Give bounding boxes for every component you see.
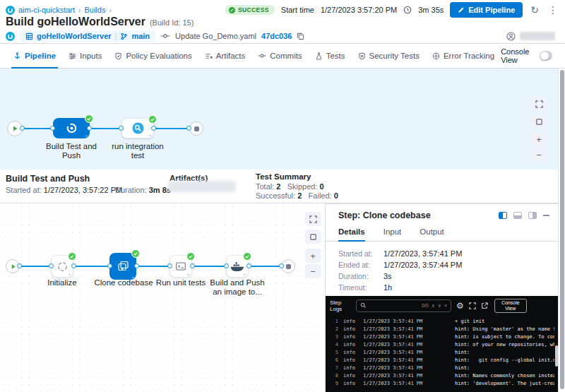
stage-node-build-test-and-push[interactable]: »	[53, 118, 90, 138]
tab-output[interactable]: Output	[420, 225, 444, 241]
commit-hash-link[interactable]: 47dc036	[261, 32, 292, 40]
policy-evaluations-icon	[114, 52, 122, 60]
branch-name: main	[131, 32, 150, 40]
open-in-new-tab-icon[interactable]	[481, 302, 488, 309]
field-duration: Duration:3s	[338, 272, 392, 280]
console-view-toggle[interactable]	[540, 51, 553, 61]
page-scrollbar-thumb[interactable]	[560, 70, 564, 389]
tab-policy-evaluations[interactable]: Policy Evaluations	[108, 44, 198, 69]
breadcrumb-builds-link[interactable]: Builds	[84, 6, 105, 14]
canvas-fit-view-button[interactable]	[531, 114, 547, 129]
artifact-value-redacted	[168, 181, 236, 192]
log-fullscreen-icon[interactable]	[469, 302, 476, 309]
exec-fit-view-button[interactable]	[305, 230, 321, 244]
stage-node-run-integration-test[interactable]: »	[121, 118, 154, 138]
tab-commits[interactable]: Commits	[251, 44, 308, 69]
stage-label[interactable]: Build Test and Push	[42, 142, 101, 160]
breadcrumb-separator: ›	[78, 6, 81, 14]
stage-summary-band: Build Test and Push Started at: 1/27/202…	[0, 170, 565, 203]
breadcrumb-project-link[interactable]: aim-ci-quickstart	[18, 6, 75, 14]
tab-pipeline[interactable]: Pipeline	[7, 44, 62, 69]
stage-started-at: Started at: 1/27/2023, 3:57:22 PM	[6, 186, 122, 194]
step-panel-tabs: Details Input Output	[326, 225, 559, 242]
stage-label[interactable]: run integration test	[108, 142, 167, 160]
log-line: 8info1/27/2023 3:57:41 PMhint: Names com…	[330, 372, 554, 379]
console-view-button[interactable]: Console View	[494, 299, 527, 313]
exec-fullscreen-button[interactable]	[305, 212, 321, 226]
connector-line	[89, 128, 122, 129]
step-variation-icon: »	[244, 272, 246, 277]
build-tabbar: Pipeline Inputs Policy Evaluations Artif…	[0, 44, 565, 69]
log-search-input[interactable]	[369, 302, 419, 309]
step-label[interactable]: Clone codebase	[91, 278, 156, 287]
layout-bottom-pane-icon[interactable]	[513, 212, 522, 219]
canvas-zoom-out-button[interactable]: −	[531, 148, 547, 162]
integration-test-icon	[132, 122, 144, 134]
connector-port	[151, 126, 156, 131]
repo-branch-pill[interactable]: goHelloWorldServer | main	[20, 30, 155, 42]
step-details-panel: Step: Clone codebase Details Input Outpu…	[325, 203, 558, 392]
step-label[interactable]: Run unit tests	[149, 278, 213, 287]
connector-port	[49, 263, 54, 268]
user-email-redacted	[520, 32, 555, 40]
step-logs-title: Step Logs	[330, 299, 351, 312]
stage-variation-icon: »	[149, 133, 151, 138]
exec-zoom-in-button[interactable]: +	[305, 249, 321, 263]
tab-error-tracking[interactable]: Error Tracking	[426, 44, 501, 69]
search-close-icon[interactable]: ×	[444, 303, 447, 308]
stage-duration: Duration: 3m 8s	[115, 186, 171, 194]
step-label[interactable]: Initialize	[30, 278, 94, 287]
layout-minimized-pane-icon[interactable]	[528, 212, 537, 219]
tab-tests[interactable]: Tests	[309, 44, 352, 69]
log-line: 9info1/27/2023 3:57:41 PMhint: 'developm…	[330, 379, 554, 387]
exec-zoom-out-button[interactable]: −	[305, 264, 321, 278]
connector-line	[192, 266, 227, 267]
success-check-badge	[68, 252, 76, 261]
tab-artifacts[interactable]: Artifacts	[198, 44, 252, 69]
search-next-icon[interactable]: ∨	[438, 303, 441, 309]
artifacts-icon	[205, 52, 213, 60]
docker-icon	[230, 261, 244, 272]
copy-icon[interactable]	[297, 32, 304, 40]
log-line: 2info1/27/2023 3:57:41 PMhint: Using 'ma…	[330, 325, 554, 333]
step-node-build-and-push[interactable]: »	[226, 255, 249, 278]
fullscreen-icon	[535, 100, 543, 108]
field-timeout: Timeout:1h	[338, 283, 392, 292]
connector-port	[167, 263, 172, 268]
commit-message[interactable]: Update Go_Demo.yaml	[175, 32, 256, 40]
step-node-run-unit-tests[interactable]: »	[170, 255, 192, 278]
canvas-zoom-in-button[interactable]: +	[531, 132, 547, 146]
tab-security-tests[interactable]: Security Tests	[352, 44, 426, 69]
success-check-badge	[131, 249, 140, 258]
layout-right-pane-icon[interactable]	[499, 212, 507, 219]
search-prev-icon[interactable]: ∧	[432, 303, 435, 309]
connector-port	[279, 263, 284, 268]
refresh-page-icon[interactable]: ↻	[529, 5, 540, 15]
tab-input[interactable]: Input	[383, 225, 402, 241]
connector-port	[119, 126, 124, 131]
canvas-fullscreen-button[interactable]	[531, 97, 547, 111]
minimize-panel-icon[interactable]	[543, 215, 549, 216]
step-node-initialize[interactable]: »	[51, 255, 73, 278]
harness-logo-icon	[6, 32, 15, 41]
page-scrollbar[interactable]	[558, 69, 565, 392]
start-time-value: 1/27/2023 3:57:20 PM	[321, 6, 397, 14]
step-label[interactable]: Build and Push an image to...	[206, 278, 269, 297]
test-summary-label: Test Summary	[256, 172, 311, 181]
refresh-icon	[56, 261, 69, 273]
step-variation-icon: »	[187, 272, 189, 277]
step-node-clone-codebase[interactable]: »	[109, 253, 136, 280]
fit-view-icon	[309, 233, 317, 241]
tab-details[interactable]: Details	[338, 225, 365, 241]
tab-inputs[interactable]: Inputs	[62, 44, 108, 69]
log-search-box[interactable]: 0/0 ∧ ∨ ×	[356, 299, 451, 312]
log-settings-gear-icon[interactable]: ⚙	[456, 302, 464, 310]
log-line: 6info1/27/2023 3:57:41 PMhint: git confi…	[330, 356, 554, 364]
security-tests-icon	[358, 52, 366, 60]
success-check-badge	[85, 114, 93, 123]
connector-port	[71, 263, 76, 268]
log-lines[interactable]: 1info1/27/2023 3:57:41 PM+ git init 2inf…	[326, 315, 559, 387]
edit-pipeline-button[interactable]: Edit Pipeline	[450, 2, 523, 18]
kebab-menu-icon[interactable]: ⋮	[547, 5, 559, 15]
console-view-label: Console View	[501, 47, 535, 64]
